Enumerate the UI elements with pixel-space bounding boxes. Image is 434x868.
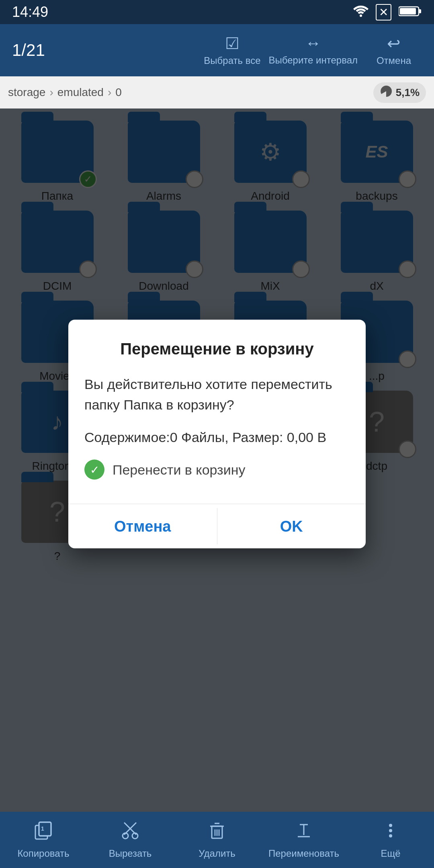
breadcrumb-storage[interactable]: storage xyxy=(8,86,45,99)
breadcrumb-sep2: › xyxy=(108,86,111,99)
cancel-button[interactable]: ↩ Отмена xyxy=(366,34,422,67)
svg-point-23 xyxy=(389,829,392,832)
rename-label: Переименовать xyxy=(268,848,339,859)
wifi-icon xyxy=(353,4,368,20)
select-all-button[interactable]: ☑ Выбрать все xyxy=(204,34,260,67)
delete-button[interactable]: Удалить xyxy=(174,821,260,859)
select-range-button[interactable]: ↔ Выберите интервал xyxy=(269,34,358,66)
cut-label: Вырезать xyxy=(109,848,152,859)
delete-label: Удалить xyxy=(199,848,235,859)
option-check-icon: ✓ xyxy=(84,460,104,480)
copy-label: Копировать xyxy=(17,848,69,859)
dialog-body: Вы действительно хотите переместить папк… xyxy=(68,370,366,496)
storage-badge: 5,1% xyxy=(373,82,426,103)
toolbar: 1/21 ☑ Выбрать все ↔ Выберите интервал ↩… xyxy=(0,24,434,76)
select-all-icon: ☑ xyxy=(225,34,240,53)
trash-dialog: Перемещение в корзину Вы действительно х… xyxy=(68,320,366,549)
svg-text:1: 1 xyxy=(41,825,44,832)
more-icon xyxy=(381,821,401,845)
delete-icon xyxy=(207,821,227,845)
breadcrumb-zero[interactable]: 0 xyxy=(115,86,122,99)
dialog-title: Перемещение в корзину xyxy=(68,320,366,370)
cut-button[interactable]: Вырезать xyxy=(87,821,174,859)
storage-pie-icon xyxy=(380,85,393,100)
copy-button[interactable]: 1 Копировать xyxy=(0,821,87,859)
svg-rect-2 xyxy=(419,9,421,13)
dialog-buttons: Отмена OK xyxy=(68,504,366,549)
breadcrumb-sep1: › xyxy=(49,86,53,99)
dialog-option-row: ✓ Перенести в корзину xyxy=(84,460,350,480)
cancel-label: Отмена xyxy=(377,55,411,67)
more-button[interactable]: Ещё xyxy=(347,821,434,859)
status-bar: 14:49 ✕ xyxy=(0,0,434,24)
select-range-label: Выберите интервал xyxy=(269,55,358,66)
rename-button[interactable]: Переименовать xyxy=(260,821,347,859)
more-label: Ещё xyxy=(381,848,400,859)
select-all-label: Выбрать все xyxy=(204,55,260,67)
storage-percent: 5,1% xyxy=(396,86,420,99)
svg-point-24 xyxy=(389,834,392,837)
svg-point-0 xyxy=(360,14,362,17)
dialog-question: Вы действительно хотите переместить папк… xyxy=(84,374,350,415)
dialog-option-label: Перенести в корзину xyxy=(113,462,245,477)
selection-counter: 1/21 xyxy=(12,41,196,60)
breadcrumb: storage › emulated › 0 5,1% xyxy=(0,76,434,108)
rename-icon xyxy=(294,821,314,845)
cancel-icon: ↩ xyxy=(387,34,401,53)
battery-icon xyxy=(399,5,422,19)
status-icons: ✕ xyxy=(353,4,422,20)
svg-rect-3 xyxy=(400,8,416,14)
status-time: 14:49 xyxy=(12,4,48,20)
select-range-icon: ↔ xyxy=(305,34,321,52)
cut-icon xyxy=(120,821,140,845)
copy-icon: 1 xyxy=(33,821,53,845)
breadcrumb-emulated[interactable]: emulated xyxy=(57,86,104,99)
dialog-info: Содержимое:0 Файлы, Размер: 0,00 В xyxy=(84,427,350,448)
dialog-cancel-button[interactable]: Отмена xyxy=(68,504,217,549)
bottom-toolbar: 1 Копировать Вырезать Удал xyxy=(0,812,434,868)
screen-record-icon: ✕ xyxy=(376,4,391,20)
dialog-ok-button[interactable]: OK xyxy=(217,504,366,549)
svg-point-22 xyxy=(389,824,392,827)
